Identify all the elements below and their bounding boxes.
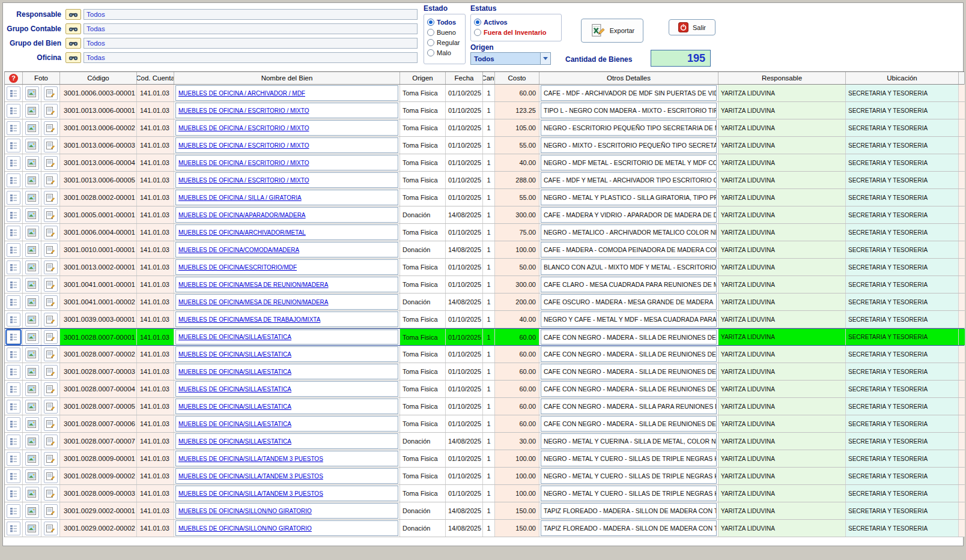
help-icon[interactable]: ?	[9, 74, 18, 83]
photo-button[interactable]	[25, 417, 39, 431]
estado-radio-bueno[interactable]: Bueno	[427, 27, 462, 37]
responsable-lookup-button[interactable]	[65, 9, 81, 20]
detail-view-button[interactable]	[7, 295, 20, 309]
table-row[interactable]: 3001.0041.0001-00001 141.01.03 MUEBLES D…	[5, 276, 964, 294]
estatus-radio-fuera[interactable]: Fuera del Inventario	[474, 27, 558, 37]
table-row[interactable]: 3001.0013.0006-00001 141.01.03 MUEBLES D…	[5, 102, 964, 119]
edit-record-button[interactable]	[44, 173, 58, 187]
table-row[interactable]: 3001.0013.0006-00004 141.01.03 MUEBLES D…	[5, 154, 964, 172]
nombre-del-bien-link[interactable]: MUEBLES DE OFICINA / ESCRITORIO / MIXTO	[175, 172, 398, 188]
edit-record-button[interactable]	[44, 278, 58, 292]
photo-button[interactable]	[25, 400, 39, 414]
edit-record-button[interactable]	[44, 86, 58, 100]
estado-radio-malo[interactable]: Malo	[427, 47, 462, 58]
edit-record-button[interactable]	[44, 348, 58, 361]
detail-view-button[interactable]	[7, 139, 20, 152]
header-detalles[interactable]: Otros Detalles	[539, 72, 718, 84]
edit-record-button[interactable]	[44, 365, 58, 379]
header-cod-cuenta[interactable]: Cod. Cuenta	[137, 72, 174, 84]
nombre-del-bien-link[interactable]: MUEBLES DE OFICINA/ESCRITORIO/MDF	[175, 259, 398, 275]
photo-button[interactable]	[25, 173, 39, 187]
table-row[interactable]: 3001.0028.0007-00007 141.01.03 MUEBLES D…	[5, 433, 964, 450]
detail-view-button[interactable]	[7, 487, 20, 501]
edit-record-button[interactable]	[44, 417, 58, 431]
edit-record-button[interactable]	[44, 226, 58, 239]
detail-view-button[interactable]	[7, 173, 20, 187]
table-row[interactable]: 3001.0006.0003-00001 141.01.03 MUEBLES D…	[5, 85, 964, 102]
grupo-del-bien-input[interactable]	[84, 38, 418, 49]
table-row[interactable]: 3001.0028.0007-00003 141.01.03 MUEBLES D…	[5, 363, 964, 381]
detail-view-button[interactable]	[7, 452, 20, 466]
photo-button[interactable]	[25, 504, 39, 518]
estado-radio-regular[interactable]: Regular	[427, 37, 462, 47]
estatus-radio-activos[interactable]: Activos	[474, 17, 558, 27]
nombre-del-bien-link[interactable]: MUEBLES DE OFICINA/SILLA/TANDEM 3 PUESTO…	[175, 451, 398, 466]
table-row[interactable]: 3001.0013.0006-00002 141.01.03 MUEBLES D…	[5, 119, 964, 137]
edit-record-button[interactable]	[44, 295, 58, 309]
nombre-del-bien-link[interactable]: MUEBLES DE OFICINA/MESA DE TRABAJO/MIXTA	[175, 312, 398, 327]
detail-view-button[interactable]	[7, 382, 20, 396]
table-row[interactable]: 3001.0029.0002-00001 141.01.03 MUEBLES D…	[5, 502, 964, 520]
header-responsable[interactable]: Responsable	[718, 72, 846, 84]
table-row[interactable]: 3001.0028.0007-00001 141.01.03 MUEBLES D…	[5, 328, 964, 346]
edit-record-button[interactable]	[44, 522, 58, 535]
edit-record-button[interactable]	[44, 469, 58, 483]
nombre-del-bien-link[interactable]: MUEBLES DE OFICINA/MESA DE REUNION/MADER…	[175, 277, 398, 292]
edit-record-button[interactable]	[44, 400, 58, 414]
edit-record-button[interactable]	[44, 487, 58, 501]
table-row[interactable]: 3001.0028.0009-00001 141.01.03 MUEBLES D…	[5, 450, 964, 468]
table-row[interactable]: 3001.0028.0002-00001 141.01.03 MUEBLES D…	[5, 189, 964, 206]
photo-button[interactable]	[25, 487, 39, 501]
header-nombre[interactable]: Nombre del Bien	[174, 72, 400, 84]
edit-record-button[interactable]	[44, 156, 58, 170]
edit-record-button[interactable]	[44, 504, 58, 518]
detail-view-button[interactable]	[7, 226, 20, 239]
edit-record-button[interactable]	[44, 435, 58, 448]
photo-button[interactable]	[25, 139, 39, 152]
detail-view-button[interactable]	[7, 191, 20, 205]
nombre-del-bien-link[interactable]: MUEBLES DE OFICINA/SILLA/ESTATICA	[175, 364, 398, 379]
estado-radio-todos[interactable]: Todos	[427, 17, 462, 27]
detail-view-button[interactable]	[7, 156, 20, 170]
detail-view-button[interactable]	[7, 121, 20, 135]
detail-view-button[interactable]	[7, 400, 20, 414]
detail-view-button[interactable]	[7, 435, 20, 448]
photo-button[interactable]	[25, 365, 39, 379]
photo-button[interactable]	[25, 243, 39, 257]
table-row[interactable]: 3001.0028.0009-00002 141.01.03 MUEBLES D…	[5, 468, 964, 485]
table-row[interactable]: 3001.0028.0007-00004 141.01.03 MUEBLES D…	[5, 381, 964, 398]
photo-button[interactable]	[25, 208, 39, 222]
nombre-del-bien-link[interactable]: MUEBLES DE OFICINA/APARADOR/MADERA	[175, 207, 398, 223]
table-row[interactable]: 3001.0028.0009-00003 141.01.03 MUEBLES D…	[5, 485, 964, 502]
table-row[interactable]: 3001.0013.0006-00005 141.01.03 MUEBLES D…	[5, 172, 964, 189]
nombre-del-bien-link[interactable]: MUEBLES DE OFICINA / SILLA / GIRATORIA	[175, 190, 398, 205]
nombre-del-bien-link[interactable]: MUEBLES DE OFICINA/SILLA/ESTATICA	[175, 381, 398, 397]
table-row[interactable]: 3001.0041.0001-00002 141.01.03 MUEBLES D…	[5, 294, 964, 311]
table-row[interactable]: 3001.0013.0006-00003 141.01.03 MUEBLES D…	[5, 137, 964, 154]
table-row[interactable]: 3001.0028.0007-00005 141.01.03 MUEBLES D…	[5, 398, 964, 415]
nombre-del-bien-link[interactable]: MUEBLES DE OFICINA/MESA DE REUNION/MADER…	[175, 294, 398, 310]
detail-view-button[interactable]	[7, 417, 20, 431]
edit-record-button[interactable]	[44, 104, 58, 118]
detail-view-button[interactable]	[7, 522, 20, 535]
edit-record-button[interactable]	[44, 313, 58, 327]
photo-button[interactable]	[25, 278, 39, 292]
table-row[interactable]: 3001.0029.0002-00002 141.01.03 MUEBLES D…	[5, 520, 964, 537]
table-row[interactable]: 3001.0006.0004-00001 141.01.03 MUEBLES D…	[5, 224, 964, 241]
detail-view-button[interactable]	[7, 208, 20, 222]
table-row[interactable]: 3001.0013.0002-00001 141.01.03 MUEBLES D…	[5, 259, 964, 276]
photo-button[interactable]	[25, 330, 39, 344]
origen-combobox[interactable]: Todos	[470, 52, 551, 65]
nombre-del-bien-link[interactable]: MUEBLES DE OFICINA/SILLA/ESTATICA	[175, 416, 398, 432]
nombre-del-bien-link[interactable]: MUEBLES DE OFICINA/SILLA/ESTATICA	[175, 346, 398, 362]
detail-view-button[interactable]	[7, 504, 20, 518]
nombre-del-bien-link[interactable]: MUEBLES DE OFICINA / ESCRITORIO / MIXTO	[175, 120, 398, 136]
detail-view-button[interactable]	[7, 260, 20, 274]
photo-button[interactable]	[25, 435, 39, 448]
detail-view-button[interactable]	[7, 348, 20, 361]
nombre-del-bien-link[interactable]: MUEBLES DE OFICINA / ARCHIVADOR / MDF	[175, 85, 398, 101]
nombre-del-bien-link[interactable]: MUEBLES DE OFICINA / ESCRITORIO / MIXTO	[175, 103, 398, 118]
photo-button[interactable]	[25, 86, 39, 100]
detail-view-button[interactable]	[7, 469, 20, 483]
grupo-contable-input[interactable]	[84, 23, 418, 34]
